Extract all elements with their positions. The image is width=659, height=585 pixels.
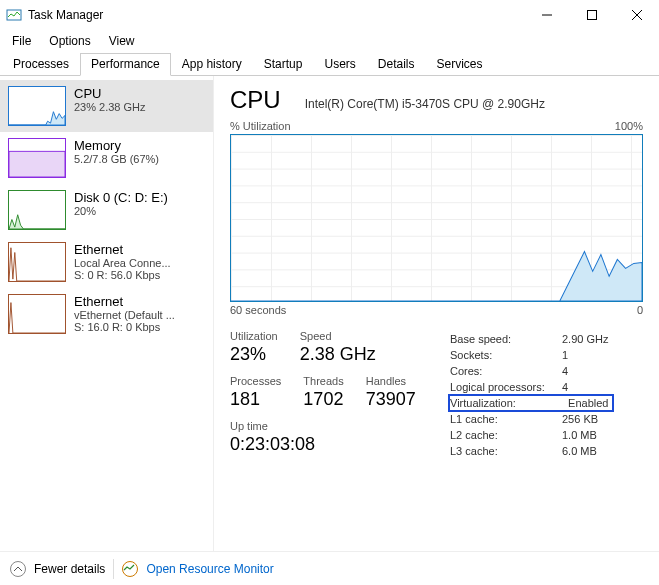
tab-app-history[interactable]: App history	[171, 53, 253, 76]
menu-bar: File Options View	[0, 30, 659, 52]
l2-cache-label: L2 cache:	[450, 428, 560, 442]
performance-sidebar: CPU 23% 2.38 GHz Memory 5.2/7.8 GB (67%)…	[0, 76, 214, 551]
sidebar-eth1-sub2: S: 0 R: 56.0 Kbps	[74, 269, 171, 281]
sockets-value: 1	[562, 348, 612, 362]
app-icon	[6, 7, 22, 23]
sidebar-eth2-sub1: vEthernet (Default ...	[74, 309, 175, 321]
main-title: CPU	[230, 86, 281, 114]
virtualization-label: Virtualization:	[450, 396, 560, 410]
base-speed-value: 2.90 GHz	[562, 332, 612, 346]
title-bar: Task Manager	[0, 0, 659, 30]
main-subtitle: Intel(R) Core(TM) i5-3470S CPU @ 2.90GHz	[305, 97, 545, 111]
threads-label: Threads	[303, 375, 343, 387]
virtualization-value: Enabled	[562, 396, 612, 410]
chart-bottom-right: 0	[637, 304, 643, 316]
tab-processes[interactable]: Processes	[2, 53, 80, 76]
sidebar-disk-sub: 20%	[74, 205, 168, 217]
sidebar-item-ethernet-2[interactable]: Ethernet vEthernet (Default ... S: 16.0 …	[0, 288, 213, 340]
open-resource-monitor-link[interactable]: Open Resource Monitor	[146, 562, 273, 576]
speed-value: 2.38 GHz	[300, 344, 376, 365]
speed-label: Speed	[300, 330, 376, 342]
handles-label: Handles	[366, 375, 416, 387]
cpu-thumb-icon	[8, 86, 66, 126]
threads-value: 1702	[303, 389, 343, 410]
menu-file[interactable]: File	[4, 32, 39, 50]
sidebar-eth1-title: Ethernet	[74, 242, 171, 257]
handles-value: 73907	[366, 389, 416, 410]
chevron-up-icon[interactable]	[10, 561, 26, 577]
logical-label: Logical processors:	[450, 380, 560, 394]
svg-rect-5	[9, 151, 65, 177]
sidebar-eth2-sub2: S: 16.0 R: 0 Kbps	[74, 321, 175, 333]
footer: Fewer details Open Resource Monitor	[0, 551, 659, 585]
tab-details[interactable]: Details	[367, 53, 426, 76]
cores-label: Cores:	[450, 364, 560, 378]
sidebar-item-ethernet-1[interactable]: Ethernet Local Area Conne... S: 0 R: 56.…	[0, 236, 213, 288]
processes-value: 181	[230, 389, 281, 410]
ethernet-thumb-icon	[8, 294, 66, 334]
sockets-label: Sockets:	[450, 348, 560, 362]
sidebar-memory-sub: 5.2/7.8 GB (67%)	[74, 153, 159, 165]
tab-users[interactable]: Users	[313, 53, 366, 76]
chart-bottom-left: 60 seconds	[230, 304, 286, 316]
sidebar-memory-title: Memory	[74, 138, 159, 153]
ethernet-thumb-icon	[8, 242, 66, 282]
sidebar-eth2-title: Ethernet	[74, 294, 175, 309]
maximize-button[interactable]	[569, 0, 614, 30]
processes-label: Processes	[230, 375, 281, 387]
svg-rect-2	[587, 11, 596, 20]
sidebar-cpu-sub: 23% 2.38 GHz	[74, 101, 146, 113]
utilization-label: Utilization	[230, 330, 278, 342]
l1-cache-label: L1 cache:	[450, 412, 560, 426]
l3-cache-value: 6.0 MB	[562, 444, 612, 458]
window-title: Task Manager	[28, 8, 103, 22]
close-button[interactable]	[614, 0, 659, 30]
cpu-chart[interactable]	[230, 134, 643, 302]
uptime-label: Up time	[230, 420, 420, 432]
l2-cache-value: 1.0 MB	[562, 428, 612, 442]
sidebar-item-memory[interactable]: Memory 5.2/7.8 GB (67%)	[0, 132, 213, 184]
fewer-details-link[interactable]: Fewer details	[34, 562, 105, 576]
minimize-button[interactable]	[524, 0, 569, 30]
footer-divider	[113, 559, 114, 579]
menu-options[interactable]: Options	[41, 32, 98, 50]
tab-services[interactable]: Services	[426, 53, 494, 76]
main-panel: CPU Intel(R) Core(TM) i5-3470S CPU @ 2.9…	[214, 76, 659, 551]
chart-top-left: % Utilization	[230, 120, 291, 132]
memory-thumb-icon	[8, 138, 66, 178]
logical-value: 4	[562, 380, 612, 394]
resource-monitor-icon[interactable]	[122, 561, 138, 577]
l1-cache-value: 256 KB	[562, 412, 612, 426]
disk-thumb-icon	[8, 190, 66, 230]
stats-left: Utilization 23% Speed 2.38 GHz Processes…	[230, 330, 420, 465]
sidebar-cpu-title: CPU	[74, 86, 146, 101]
stats-right: Base speed:2.90 GHz Sockets:1 Cores:4 Lo…	[448, 330, 614, 465]
tab-performance[interactable]: Performance	[80, 53, 171, 76]
sidebar-eth1-sub1: Local Area Conne...	[74, 257, 171, 269]
uptime-value: 0:23:03:08	[230, 434, 420, 455]
menu-view[interactable]: View	[101, 32, 143, 50]
l3-cache-label: L3 cache:	[450, 444, 560, 458]
tab-startup[interactable]: Startup	[253, 53, 314, 76]
svg-rect-0	[7, 10, 21, 20]
sidebar-disk-title: Disk 0 (C: D: E:)	[74, 190, 168, 205]
sidebar-item-disk[interactable]: Disk 0 (C: D: E:) 20%	[0, 184, 213, 236]
chart-top-right: 100%	[615, 120, 643, 132]
base-speed-label: Base speed:	[450, 332, 560, 346]
tab-bar: Processes Performance App history Startu…	[0, 52, 659, 76]
sidebar-item-cpu[interactable]: CPU 23% 2.38 GHz	[0, 80, 213, 132]
utilization-value: 23%	[230, 344, 278, 365]
cores-value: 4	[562, 364, 612, 378]
